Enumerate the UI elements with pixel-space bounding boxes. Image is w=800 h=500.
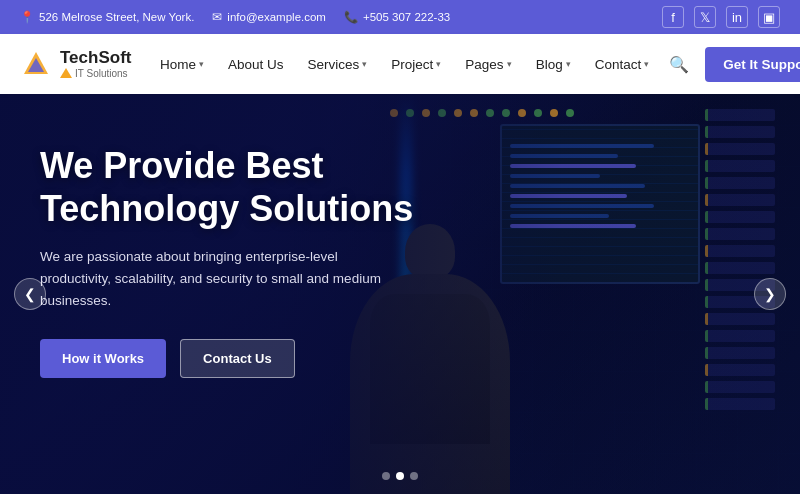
hero-subtitle: We are passionate about bringing enterpr… [40,246,390,311]
logo-name: TechSoft [60,49,131,68]
services-dropdown-icon: ▾ [362,59,367,69]
logo-tagline: IT Solutions [60,68,131,79]
instagram-link[interactable]: ▣ [758,6,780,28]
contact-us-button[interactable]: Contact Us [180,339,295,378]
nav-contact[interactable]: Contact ▾ [585,49,660,80]
address-text: 526 Melrose Street, New York. [39,11,194,23]
nav-links: Home ▾ About Us Services ▾ Project ▾ Pag… [150,49,659,80]
search-icon[interactable]: 🔍 [663,49,695,80]
blog-dropdown-icon: ▾ [566,59,571,69]
nav-pages[interactable]: Pages ▾ [455,49,521,80]
how-it-works-button[interactable]: How it Works [40,339,166,378]
hero-content: We Provide Best Technology Solutions We … [40,144,413,378]
phone-icon: 📞 [344,10,358,24]
top-bar: 📍 526 Melrose Street, New York. ✉ info@e… [0,0,800,34]
logo-triangle-icon [60,68,72,78]
email-icon: ✉ [212,10,222,24]
facebook-link[interactable]: f [662,6,684,28]
logo-icon [20,48,52,80]
get-support-button[interactable]: Get It Support [705,47,800,82]
project-dropdown-icon: ▾ [436,59,441,69]
hero-buttons: How it Works Contact Us [40,339,413,378]
social-links: f 𝕏 in ▣ [662,6,780,28]
logo-text: TechSoft IT Solutions [60,49,131,79]
twitter-link[interactable]: 𝕏 [694,6,716,28]
nav-project[interactable]: Project ▾ [381,49,451,80]
logo: TechSoft IT Solutions [20,48,150,80]
hero-next-button[interactable]: ❯ [754,278,786,310]
phone-item: 📞 +505 307 222-33 [344,10,450,24]
phone-text: +505 307 222-33 [363,11,450,23]
hero-dot-2[interactable] [396,472,404,480]
email-item: ✉ info@example.com [212,10,326,24]
hero-dots-nav [382,472,418,480]
nav-home[interactable]: Home ▾ [150,49,214,80]
main-navigation: TechSoft IT Solutions Home ▾ About Us Se… [0,34,800,94]
nav-blog[interactable]: Blog ▾ [526,49,581,80]
hero-dot-3[interactable] [410,472,418,480]
nav-about[interactable]: About Us [218,49,294,80]
address-item: 📍 526 Melrose Street, New York. [20,10,194,24]
hero-section: We Provide Best Technology Solutions We … [0,94,800,494]
hero-dot-1[interactable] [382,472,390,480]
top-bar-contact: 📍 526 Melrose Street, New York. ✉ info@e… [20,10,450,24]
hero-prev-button[interactable]: ❮ [14,278,46,310]
pages-dropdown-icon: ▾ [507,59,512,69]
hero-title: We Provide Best Technology Solutions [40,144,413,230]
home-dropdown-icon: ▾ [199,59,204,69]
location-icon: 📍 [20,10,34,24]
nav-services[interactable]: Services ▾ [298,49,378,80]
linkedin-link[interactable]: in [726,6,748,28]
email-text: info@example.com [227,11,326,23]
contact-dropdown-icon: ▾ [644,59,649,69]
